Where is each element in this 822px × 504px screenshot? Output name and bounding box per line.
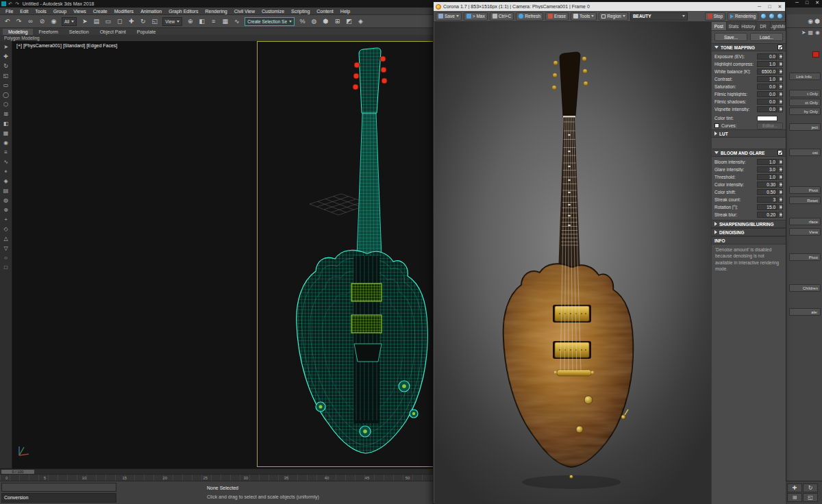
- toolbar-icon[interactable]: ◧: [1, 119, 11, 128]
- toolbar-icon[interactable]: ⬢: [320, 16, 332, 27]
- copy-to-max-button[interactable]: > Max: [464, 12, 488, 21]
- clipped-panel-button[interactable]: Pivot: [789, 186, 821, 194]
- erase-button[interactable]: Erase: [545, 12, 569, 21]
- menu-item[interactable]: Tools: [32, 9, 49, 14]
- tone-mapping-checkbox[interactable]: [777, 45, 783, 50]
- toolbar-icon[interactable]: ◉: [808, 18, 813, 25]
- parameter-value-field[interactable]: 0.50: [757, 189, 777, 195]
- spinner-control[interactable]: [778, 61, 783, 67]
- toolbar-icon[interactable]: ➤: [79, 16, 90, 27]
- toolbar-icon[interactable]: ⊘: [36, 16, 48, 27]
- toolbar-icon[interactable]: ◱: [149, 16, 160, 27]
- toolbar-icon[interactable]: ✚: [1, 52, 11, 61]
- spinner-control[interactable]: [778, 166, 783, 173]
- config-save-button[interactable]: Save...: [714, 33, 747, 41]
- menu-item[interactable]: Edit: [16, 9, 32, 14]
- spinner-control[interactable]: [778, 204, 783, 210]
- toolbar-icon[interactable]: +: [1, 215, 11, 224]
- spinner-control[interactable]: [778, 159, 783, 165]
- toolbar-icon[interactable]: %: [297, 16, 308, 27]
- save-image-button[interactable]: Save: [436, 12, 462, 21]
- menu-item[interactable]: Scripting: [288, 9, 313, 14]
- refresh-button[interactable]: Refresh: [516, 12, 543, 21]
- menu-item[interactable]: Civil View: [231, 9, 258, 14]
- clipped-panel-button[interactable]: ost: [789, 149, 821, 156]
- clipped-panel-button[interactable]: ale:: [789, 308, 821, 316]
- toolbar-icon[interactable]: ≡: [1, 148, 11, 157]
- spinner-control[interactable]: [778, 212, 783, 218]
- toolbar-icon[interactable]: ↷: [13, 16, 25, 27]
- stop-render-button[interactable]: Stop: [705, 12, 725, 21]
- viewport-nav-icon[interactable]: ⊞: [787, 493, 802, 502]
- curves-checkbox[interactable]: [714, 123, 719, 128]
- command-panel-tab-icon[interactable]: ➤: [801, 29, 806, 38]
- create-selection-set-field[interactable]: Create Selection Se: [245, 17, 295, 26]
- parameter-value-field[interactable]: 3.0: [757, 166, 777, 173]
- close-button[interactable]: ✕: [775, 4, 785, 10]
- tools-button[interactable]: Tools: [571, 12, 597, 21]
- panel-tab[interactable]: Post: [712, 22, 727, 30]
- ribbon-tab[interactable]: Modeling: [3, 29, 33, 35]
- spinner-control[interactable]: [778, 181, 783, 188]
- toolbar-icon[interactable]: ◯: [1, 90, 11, 99]
- clipped-panel-button[interactable]: Reset: [789, 197, 821, 204]
- panel-tab[interactable]: History: [741, 22, 756, 30]
- section-lut[interactable]: LUT: [712, 129, 786, 138]
- toolbar-icon[interactable]: ⊞: [1, 110, 11, 118]
- clipped-panel-button[interactable]: Pivot: [789, 253, 821, 261]
- parameter-value-field[interactable]: 1.0: [757, 61, 777, 67]
- menu-item[interactable]: Customize: [258, 9, 288, 14]
- spinner-control[interactable]: [778, 189, 783, 195]
- toolbar-icon[interactable]: ↻: [137, 16, 149, 27]
- toolbar-icon[interactable]: ∿: [1, 158, 11, 166]
- section-tone-mapping[interactable]: TONE MAPPING: [712, 43, 786, 51]
- toolbar-icon[interactable]: ⊕: [1, 205, 11, 214]
- selection-filter-dropdown[interactable]: All: [62, 17, 77, 26]
- menu-item[interactable]: Create: [90, 9, 111, 14]
- toolbar-icon[interactable]: ◈: [355, 16, 366, 27]
- maxscript-listener-output[interactable]: Conversion: [1, 493, 116, 503]
- toolbar-icon[interactable]: ▭: [102, 16, 114, 27]
- parameter-value-field[interactable]: 1.0: [757, 159, 777, 165]
- viewport-nav-icon[interactable]: ◱: [803, 493, 818, 502]
- toolbar-icon[interactable]: ▤: [1, 186, 11, 195]
- toolbar-icon[interactable]: ▭: [1, 81, 11, 90]
- clipped-panel-button[interactable]: View: [789, 228, 821, 236]
- spinner-control[interactable]: [778, 53, 783, 60]
- parameter-value-field[interactable]: 3: [757, 197, 777, 203]
- section-bloom-glare[interactable]: BLOOM AND GLARE: [712, 149, 786, 157]
- toolbar-icon[interactable]: ◍: [308, 16, 320, 27]
- clipped-panel-button[interactable]: rface: [789, 218, 821, 225]
- section-sharpening[interactable]: SHARPENING/BLURRING: [712, 220, 786, 228]
- menu-item[interactable]: Help: [337, 9, 353, 14]
- viewport-nav-icon[interactable]: ✚: [787, 483, 802, 492]
- zoom-in-icon[interactable]: [777, 13, 783, 19]
- toolbar-icon[interactable]: ◇: [1, 225, 11, 234]
- menu-item[interactable]: Rendering: [201, 9, 230, 14]
- zoom-out-icon[interactable]: [760, 13, 767, 19]
- clipped-panel-button[interactable]: ject: [789, 123, 821, 131]
- minimize-button[interactable]: ─: [754, 4, 764, 9]
- ribbon-tab[interactable]: Populate: [132, 29, 162, 35]
- menu-item[interactable]: Views: [70, 9, 90, 14]
- toolbar-icon[interactable]: ⊕: [184, 16, 196, 27]
- start-render-button[interactable]: Rendering: [727, 12, 758, 21]
- toolbar-icon[interactable]: ✚: [125, 16, 137, 27]
- toolbar-icon[interactable]: □: [1, 263, 11, 272]
- maximize-button[interactable]: □: [806, 0, 808, 5]
- clipped-panel-button[interactable]: hy Only: [789, 108, 821, 115]
- toolbar-icon[interactable]: ▦: [219, 16, 231, 27]
- toolbar-icon[interactable]: ◈: [1, 177, 11, 186]
- panel-tab[interactable]: Stats: [727, 22, 742, 30]
- toolbar-icon[interactable]: ⬢: [814, 18, 820, 25]
- command-panel-tab-icon[interactable]: ◉: [815, 29, 820, 38]
- toolbar-icon[interactable]: ◩: [343, 16, 355, 27]
- corona-titlebar[interactable]: Corona 1.7 | 853×1516px (1:1) | Camera: …: [434, 2, 785, 11]
- ribbon-tab[interactable]: Object Paint: [95, 29, 132, 35]
- parameter-value-field[interactable]: 15.0: [757, 204, 777, 210]
- menu-item[interactable]: Animation: [137, 9, 165, 14]
- spinner-control[interactable]: [778, 197, 783, 203]
- toolbar-icon[interactable]: ➤: [1, 42, 11, 51]
- undo-icon[interactable]: ↶: [8, 1, 12, 7]
- parameter-value-field[interactable]: 0.0: [757, 99, 777, 105]
